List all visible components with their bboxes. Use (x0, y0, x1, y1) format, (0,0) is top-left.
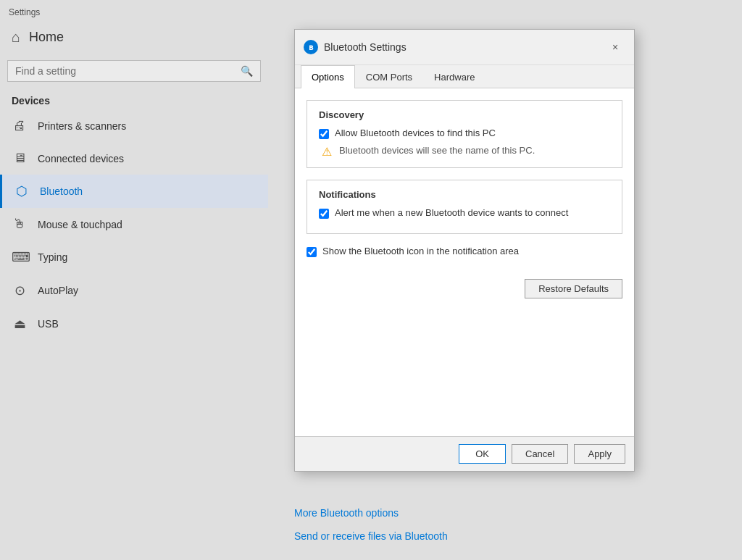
show-icon-label: Show the Bluetooth icon in the notificat… (322, 246, 519, 256)
restore-defaults-button[interactable]: Restore Defaults (525, 279, 622, 298)
show-icon-row: Show the Bluetooth icon in the notificat… (307, 246, 622, 257)
ok-button[interactable]: OK (459, 444, 506, 464)
restore-row: Restore Defaults (307, 272, 622, 298)
notifications-title: Notifications (319, 189, 610, 200)
tab-hardware[interactable]: Hardware (423, 65, 485, 88)
discovery-section: Discovery Allow Bluetooth devices to fin… (307, 100, 622, 168)
apply-button[interactable]: Apply (574, 444, 625, 464)
bluetooth-settings-dialog: ʙ Bluetooth Settings × Options COM Ports… (294, 29, 635, 472)
tab-com-ports[interactable]: COM Ports (355, 65, 423, 88)
bluetooth-dialog-icon: ʙ (304, 40, 318, 54)
send-receive-link[interactable]: Send or receive files via Bluetooth (294, 530, 448, 542)
discovery-title: Discovery (319, 109, 610, 120)
alert-row: Alert me when a new Bluetooth device wan… (319, 207, 610, 219)
close-button[interactable]: × (605, 37, 625, 57)
dialog-body: Discovery Allow Bluetooth devices to fin… (295, 88, 634, 436)
allow-bluetooth-label: Allow Bluetooth devices to find this PC (335, 128, 496, 138)
dialog-footer: OK Cancel Apply (295, 436, 634, 471)
warning-icon: ⚠ (322, 145, 332, 159)
dialog-tabs: Options COM Ports Hardware (295, 65, 634, 88)
allow-bluetooth-checkbox[interactable] (319, 129, 329, 139)
tab-options[interactable]: Options (301, 65, 355, 88)
alert-label: Alert me when a new Bluetooth device wan… (335, 207, 568, 218)
alert-checkbox[interactable] (319, 209, 329, 219)
warning-text: Bluetooth devices will see the name of t… (339, 145, 535, 156)
cancel-button[interactable]: Cancel (512, 444, 568, 464)
allow-bluetooth-row: Allow Bluetooth devices to find this PC (319, 128, 610, 139)
more-bluetooth-options-link[interactable]: More Bluetooth options (294, 507, 448, 519)
dialog-titlebar: ʙ Bluetooth Settings × (295, 30, 634, 65)
settings-links: More Bluetooth options Send or receive f… (294, 507, 448, 553)
dialog-title: Bluetooth Settings (324, 41, 605, 53)
notifications-section: Notifications Alert me when a new Blueto… (307, 180, 622, 234)
show-icon-checkbox[interactable] (307, 247, 317, 257)
bluetooth-icon-symbol: ʙ (309, 43, 313, 52)
warning-row: ⚠ Bluetooth devices will see the name of… (322, 145, 610, 159)
